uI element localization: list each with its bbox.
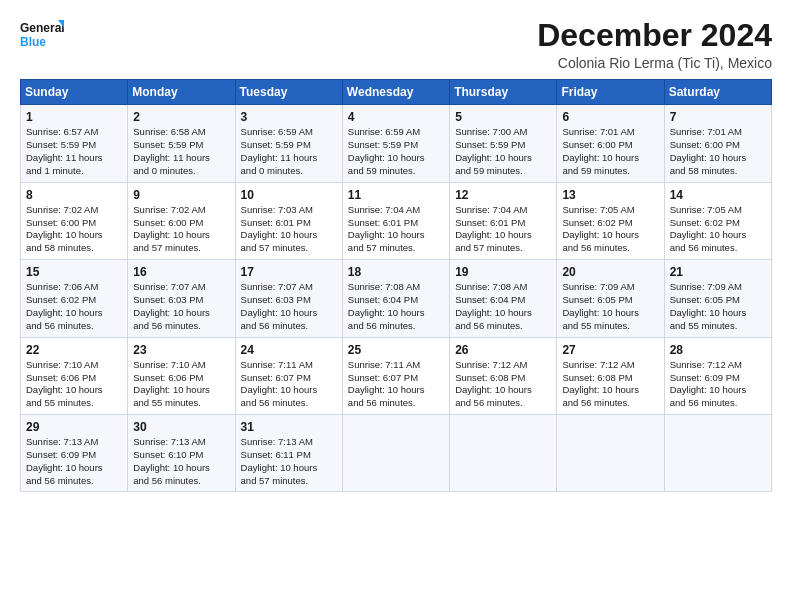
day-info-line: Daylight: 10 hours	[562, 307, 659, 320]
day-info-line: Sunrise: 7:10 AM	[133, 359, 230, 372]
day-info-line: Sunrise: 7:03 AM	[241, 204, 338, 217]
day-info-line: Sunset: 6:00 PM	[562, 139, 659, 152]
calendar-cell: 13Sunrise: 7:05 AMSunset: 6:02 PMDayligh…	[557, 182, 664, 259]
day-info-line: and 59 minutes.	[455, 165, 552, 178]
location-title: Colonia Rio Lerma (Tic Ti), Mexico	[537, 55, 772, 71]
day-info-line: and 56 minutes.	[348, 320, 445, 333]
day-info-line: and 56 minutes.	[26, 320, 123, 333]
day-info-line: Daylight: 10 hours	[348, 152, 445, 165]
day-info-line: Sunset: 5:59 PM	[26, 139, 123, 152]
day-info-line: and 57 minutes.	[348, 242, 445, 255]
day-info-line: Sunrise: 7:08 AM	[455, 281, 552, 294]
day-info-line: Daylight: 10 hours	[670, 229, 767, 242]
day-info-line: Sunrise: 7:04 AM	[348, 204, 445, 217]
header-row: Sunday Monday Tuesday Wednesday Thursday…	[21, 80, 772, 105]
calendar-cell: 27Sunrise: 7:12 AMSunset: 6:08 PMDayligh…	[557, 337, 664, 414]
day-number: 2	[133, 109, 230, 125]
calendar-cell: 24Sunrise: 7:11 AMSunset: 6:07 PMDayligh…	[235, 337, 342, 414]
day-info-line: Sunset: 6:00 PM	[133, 217, 230, 230]
day-info-line: Daylight: 10 hours	[348, 307, 445, 320]
day-info-line: and 55 minutes.	[26, 397, 123, 410]
day-info-line: Sunset: 6:09 PM	[26, 449, 123, 462]
day-number: 16	[133, 264, 230, 280]
day-number: 7	[670, 109, 767, 125]
day-info-line: Sunset: 6:01 PM	[241, 217, 338, 230]
day-info-line: Daylight: 10 hours	[562, 229, 659, 242]
day-info-line: Sunrise: 7:01 AM	[562, 126, 659, 139]
day-number: 3	[241, 109, 338, 125]
day-info-line: and 56 minutes.	[133, 320, 230, 333]
day-number: 30	[133, 419, 230, 435]
col-friday: Friday	[557, 80, 664, 105]
day-info-line: Sunrise: 6:59 AM	[241, 126, 338, 139]
day-info-line: and 56 minutes.	[455, 320, 552, 333]
day-number: 1	[26, 109, 123, 125]
day-number: 14	[670, 187, 767, 203]
day-info-line: Sunrise: 7:12 AM	[562, 359, 659, 372]
day-info-line: Sunrise: 7:09 AM	[670, 281, 767, 294]
day-info-line: Daylight: 10 hours	[133, 462, 230, 475]
day-info-line: Sunset: 6:04 PM	[455, 294, 552, 307]
day-info-line: Sunset: 6:04 PM	[348, 294, 445, 307]
day-info-line: Sunrise: 6:58 AM	[133, 126, 230, 139]
day-info-line: Sunrise: 7:11 AM	[348, 359, 445, 372]
day-info-line: Daylight: 10 hours	[133, 384, 230, 397]
day-number: 4	[348, 109, 445, 125]
day-info-line: Sunset: 6:01 PM	[455, 217, 552, 230]
calendar-cell: 10Sunrise: 7:03 AMSunset: 6:01 PMDayligh…	[235, 182, 342, 259]
day-info-line: Sunrise: 7:02 AM	[26, 204, 123, 217]
day-info-line: and 58 minutes.	[670, 165, 767, 178]
day-info-line: and 59 minutes.	[562, 165, 659, 178]
day-info-line: Daylight: 11 hours	[241, 152, 338, 165]
day-info-line: Sunrise: 6:59 AM	[348, 126, 445, 139]
day-info-line: Sunset: 6:02 PM	[562, 217, 659, 230]
day-info-line: Daylight: 10 hours	[562, 152, 659, 165]
day-number: 11	[348, 187, 445, 203]
calendar-week-1: 1Sunrise: 6:57 AMSunset: 5:59 PMDaylight…	[21, 105, 772, 182]
day-info-line: Sunrise: 7:07 AM	[133, 281, 230, 294]
day-info-line: and 56 minutes.	[455, 397, 552, 410]
day-info-line: Sunset: 6:08 PM	[562, 372, 659, 385]
calendar-cell: 25Sunrise: 7:11 AMSunset: 6:07 PMDayligh…	[342, 337, 449, 414]
calendar-cell	[450, 414, 557, 491]
day-number: 20	[562, 264, 659, 280]
day-info-line: Sunrise: 7:13 AM	[133, 436, 230, 449]
day-info-line: Sunset: 6:07 PM	[348, 372, 445, 385]
calendar-week-3: 15Sunrise: 7:06 AMSunset: 6:02 PMDayligh…	[21, 260, 772, 337]
day-info-line: Sunrise: 7:13 AM	[241, 436, 338, 449]
calendar-week-4: 22Sunrise: 7:10 AMSunset: 6:06 PMDayligh…	[21, 337, 772, 414]
day-info-line: Daylight: 11 hours	[133, 152, 230, 165]
day-info-line: and 57 minutes.	[241, 242, 338, 255]
day-info-line: Daylight: 10 hours	[348, 384, 445, 397]
calendar-cell: 23Sunrise: 7:10 AMSunset: 6:06 PMDayligh…	[128, 337, 235, 414]
day-info-line: Sunrise: 7:05 AM	[562, 204, 659, 217]
day-number: 26	[455, 342, 552, 358]
calendar-page: General Blue December 2024 Colonia Rio L…	[0, 0, 792, 612]
calendar-week-5: 29Sunrise: 7:13 AMSunset: 6:09 PMDayligh…	[21, 414, 772, 491]
calendar-cell: 16Sunrise: 7:07 AMSunset: 6:03 PMDayligh…	[128, 260, 235, 337]
day-info-line: Sunrise: 7:09 AM	[562, 281, 659, 294]
calendar-cell: 22Sunrise: 7:10 AMSunset: 6:06 PMDayligh…	[21, 337, 128, 414]
day-number: 24	[241, 342, 338, 358]
day-info-line: and 56 minutes.	[348, 397, 445, 410]
day-info-line: Sunset: 6:02 PM	[670, 217, 767, 230]
day-info-line: and 57 minutes.	[455, 242, 552, 255]
day-info-line: and 56 minutes.	[241, 397, 338, 410]
svg-text:Blue: Blue	[20, 35, 46, 49]
day-info-line: and 56 minutes.	[562, 397, 659, 410]
day-info-line: Sunset: 6:00 PM	[26, 217, 123, 230]
col-thursday: Thursday	[450, 80, 557, 105]
day-info-line: Daylight: 10 hours	[670, 384, 767, 397]
day-info-line: Sunrise: 7:13 AM	[26, 436, 123, 449]
day-info-line: Sunrise: 7:01 AM	[670, 126, 767, 139]
day-info-line: Sunrise: 7:08 AM	[348, 281, 445, 294]
day-number: 15	[26, 264, 123, 280]
day-info-line: Sunrise: 7:04 AM	[455, 204, 552, 217]
title-block: December 2024 Colonia Rio Lerma (Tic Ti)…	[537, 18, 772, 71]
day-info-line: Sunset: 6:05 PM	[670, 294, 767, 307]
day-info-line: and 56 minutes.	[133, 475, 230, 488]
day-info-line: Daylight: 10 hours	[241, 462, 338, 475]
day-number: 8	[26, 187, 123, 203]
calendar-cell: 20Sunrise: 7:09 AMSunset: 6:05 PMDayligh…	[557, 260, 664, 337]
day-info-line: Daylight: 10 hours	[455, 384, 552, 397]
